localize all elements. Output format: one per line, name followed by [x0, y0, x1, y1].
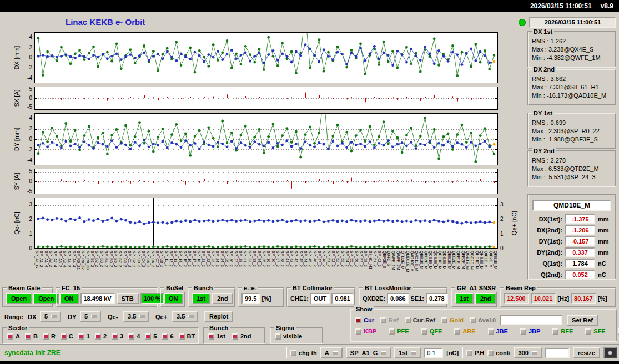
- checkbox-icon: [162, 333, 168, 340]
- bunch-number-select[interactable]: 1st: [394, 347, 421, 358]
- sector-checkbox-2[interactable]: 2: [95, 333, 107, 340]
- sector-checkbox-5[interactable]: 5: [145, 333, 157, 340]
- checkbox-icon: [179, 333, 185, 340]
- show-checkbox-cur-ref[interactable]: Cur-Ref: [405, 317, 435, 323]
- sector-checkbox-b[interactable]: B: [25, 333, 38, 340]
- bunch-1st-button[interactable]: 1st: [192, 293, 210, 304]
- range-qep-select[interactable]: 3.5: [172, 311, 198, 322]
- range-qem-select[interactable]: 3.5: [123, 311, 149, 322]
- show-checkbox-sfe[interactable]: SFE: [585, 328, 605, 335]
- bunch-2nd-button[interactable]: 2nd: [212, 293, 233, 304]
- busel-on-button[interactable]: ON: [164, 293, 183, 304]
- show-checkbox-are[interactable]: ARE: [454, 328, 475, 335]
- x-axis-label: QEE2E_M: [451, 251, 456, 282]
- x-axis-label: SP_B1_2: [90, 251, 94, 282]
- chart-canvas-sx[interactable]: [35, 87, 497, 109]
- x-axis-label: QHE2E_M: [479, 251, 484, 282]
- stat-box-dx-1st: DX 1st RMS : 1.262 Max : 3.238@QX4E_S Mi…: [527, 31, 616, 68]
- blank-input[interactable]: [545, 348, 570, 358]
- x-axis-label: SP_26_2: [229, 251, 233, 282]
- gr-a1-snsr-group: GR_A1 SNSR 1st 2nd: [451, 287, 497, 307]
- range-dy-select[interactable]: 5: [80, 311, 101, 322]
- resize-button[interactable]: resize: [573, 347, 600, 358]
- checkbox-icon: [585, 328, 591, 335]
- fc15-on-button[interactable]: ON: [59, 293, 79, 304]
- sector-checkbox-c[interactable]: C: [61, 333, 73, 340]
- gr-a1-1st-button[interactable]: 1st: [455, 293, 474, 304]
- gr-a1-2nd-button[interactable]: 2nd: [475, 293, 496, 304]
- show-checkbox-pfe[interactable]: PFE: [389, 328, 409, 335]
- conti-checkbox[interactable]: conti: [487, 350, 510, 356]
- range-dx-select[interactable]: 5: [40, 311, 61, 322]
- sector-checkbox-bt[interactable]: BT: [179, 333, 195, 340]
- bt-collimator-group: BT Collimator CHE1: OUT 0.981: [286, 287, 355, 307]
- bpm-row: DY(1st):-0.157mm: [529, 236, 615, 246]
- x-axis-label: QAD10E_M: [410, 251, 414, 282]
- bpm-row-unit: mm: [598, 216, 609, 223]
- stat-min: Min : -4.382@QWFE_1M: [532, 54, 615, 62]
- sector-checkbox-r[interactable]: R: [43, 333, 56, 340]
- y-axis-tick: -2: [21, 64, 32, 71]
- show-checkbox-ave10[interactable]: Ave10: [470, 317, 496, 323]
- sector-checkbox-3[interactable]: 3: [112, 333, 123, 340]
- x-axis-label: SP_A4_4: [72, 251, 76, 282]
- beam-gate-open-button-1[interactable]: Open: [6, 293, 32, 304]
- sector-checkbox-1[interactable]: 1: [78, 333, 90, 340]
- checkbox-icon: [7, 333, 13, 340]
- checkbox-icon: [61, 333, 67, 340]
- bpm-row-unit: mm: [598, 238, 609, 245]
- y-axis-tick: 0: [21, 136, 32, 143]
- bunch-checkbox-2nd[interactable]: 2nd: [232, 333, 251, 340]
- interval-select[interactable]: 300: [514, 347, 541, 358]
- bpm-row-unit: mm: [598, 227, 609, 234]
- bpm-select[interactable]: SP_A1_G: [346, 347, 391, 358]
- show-checkbox-kbp[interactable]: KBP: [355, 328, 376, 335]
- replot-button[interactable]: Replot: [204, 311, 233, 322]
- y-axis-tick: 5: [21, 86, 32, 93]
- camera-icon[interactable]: [603, 347, 617, 358]
- sector-checkbox-4[interactable]: 4: [128, 333, 140, 340]
- ee-ratio-unit: [%]: [261, 295, 271, 302]
- show-checkbox-jbe[interactable]: JBE: [488, 328, 508, 335]
- sector-checkbox-6-label: 6: [170, 333, 173, 340]
- chart-sy[interactable]: [34, 169, 498, 194]
- chart-dx[interactable]: [34, 32, 498, 83]
- range-dy-label: DY: [68, 314, 76, 320]
- x-axis-label: SP_C2_2: [132, 251, 136, 282]
- sector-checkbox-6[interactable]: 6: [162, 333, 173, 340]
- y-axis-tick: -5: [21, 188, 32, 195]
- show-checkbox-gold[interactable]: Gold: [441, 317, 464, 323]
- x-axis-label: SP_41_2: [285, 251, 289, 282]
- show-checkbox-ref[interactable]: Ref: [380, 317, 399, 323]
- show-checkbox-cur[interactable]: Cur: [355, 317, 374, 323]
- chart-sx[interactable]: [34, 87, 498, 110]
- group-title: GR_A1 SNSR: [455, 284, 497, 292]
- x-axis-label: SP_43_2: [299, 251, 303, 282]
- chart-dy[interactable]: [34, 113, 498, 165]
- show-checkbox-qfe[interactable]: QFE: [421, 328, 442, 335]
- show-checkbox-jbp[interactable]: JBP: [520, 328, 540, 335]
- chart-canvas-sy[interactable]: [35, 169, 497, 194]
- threshold-input[interactable]: [424, 348, 443, 358]
- chart-canvas-qe[interactable]: [35, 198, 497, 248]
- y-axis-tick: 0: [21, 95, 32, 102]
- sigma-checkbox-visible[interactable]: visible: [275, 333, 302, 340]
- chg-th-checkbox[interactable]: chg th: [290, 350, 317, 356]
- set-ref-button[interactable]: Set Ref: [567, 315, 598, 326]
- bunch-group: Bunch 1st 2nd: [188, 287, 235, 307]
- chg-th-channel-select[interactable]: A: [320, 347, 343, 358]
- chart-canvas-dy[interactable]: [35, 114, 497, 165]
- chart-qe[interactable]: [34, 198, 498, 249]
- x-axis-label: SP_B5_2: [109, 251, 113, 282]
- fc15-stb-button[interactable]: STB: [117, 293, 139, 304]
- x-axis-label: SP_62_2: [377, 251, 381, 282]
- ph-checkbox[interactable]: P.H: [466, 350, 484, 356]
- chart-canvas-dx[interactable]: [35, 33, 497, 83]
- ref-file-input[interactable]: [500, 315, 562, 325]
- sector-checkbox-a[interactable]: A: [7, 333, 20, 340]
- show-checkbox-rfe[interactable]: RFE: [552, 328, 573, 335]
- bpm-row-label: DX(1st):: [531, 216, 562, 223]
- range-dx-value: 5: [44, 313, 48, 320]
- bunch-checkbox-1st[interactable]: 1st: [208, 333, 225, 340]
- range-dy-value: 5: [84, 313, 88, 320]
